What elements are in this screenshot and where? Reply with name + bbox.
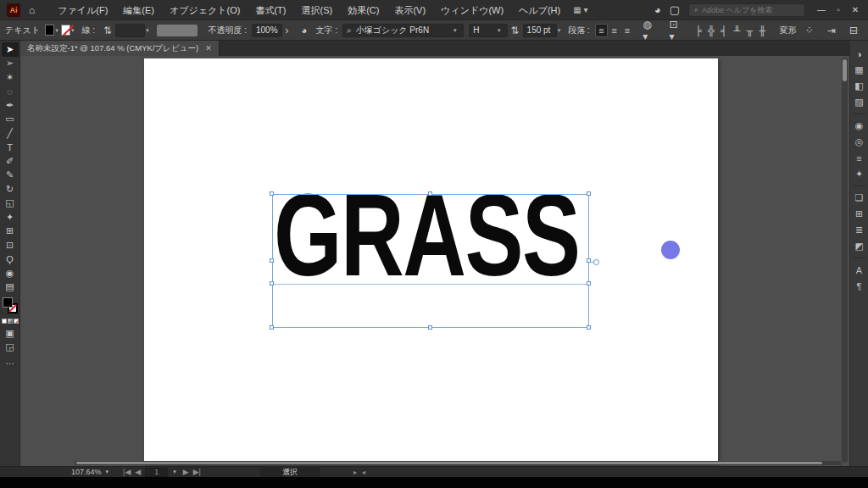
menu-edit[interactable]: 編集(E) bbox=[115, 0, 162, 20]
select-similar-icon[interactable]: ⁘ bbox=[802, 25, 817, 36]
menu-type[interactable]: 書式(T) bbox=[248, 0, 293, 20]
menu-file[interactable]: ファイル(F) bbox=[50, 0, 115, 20]
font-size-stepper-icon[interactable]: ⇅ bbox=[508, 25, 523, 36]
fill-color-swatch[interactable] bbox=[45, 25, 54, 36]
line-segment-tool[interactable]: ╱ bbox=[2, 126, 19, 141]
align-v-bottom-button[interactable]: ╫ bbox=[756, 24, 769, 37]
recolor-artwork-icon[interactable]: ◕ bbox=[298, 25, 310, 36]
canvas-pasteboard[interactable]: GRASS bbox=[20, 56, 849, 466]
graphic-styles-panel-icon[interactable]: ✦ bbox=[851, 166, 868, 182]
transform-button[interactable]: 変形 bbox=[775, 25, 802, 36]
align-panel-icon[interactable]: ≣ bbox=[851, 222, 868, 238]
align-left-button[interactable]: ≡ bbox=[595, 24, 608, 37]
horizontal-scrollbar-thumb[interactable] bbox=[76, 462, 822, 464]
stroke-weight-dropdown-icon[interactable]: ▾ bbox=[146, 27, 149, 34]
close-button[interactable]: ✕ bbox=[848, 3, 863, 18]
opacity-field[interactable]: 100% bbox=[252, 24, 282, 37]
font-size-field[interactable]: 150 pt bbox=[523, 24, 557, 37]
help-search[interactable]: ⌕ bbox=[688, 3, 805, 17]
direct-selection-tool[interactable]: ➢ bbox=[2, 57, 19, 71]
first-artboard-icon[interactable]: |◀ bbox=[123, 468, 131, 476]
minimize-button[interactable]: — bbox=[814, 3, 829, 18]
gradient-panel-icon[interactable]: ◧ bbox=[851, 78, 868, 94]
paintbrush-tool[interactable]: ✐ bbox=[2, 154, 19, 169]
rectangle-tool[interactable]: ▭ bbox=[2, 113, 19, 127]
account-icon[interactable]: ◕ bbox=[654, 3, 661, 16]
menu-object[interactable]: オブジェクト(O) bbox=[162, 0, 248, 20]
align-h-center-button[interactable]: ╬ bbox=[705, 24, 718, 37]
type-tool[interactable]: T bbox=[2, 141, 19, 155]
color-panel-icon[interactable]: ◑ bbox=[851, 46, 868, 62]
illustrator-logo-icon[interactable]: Ai bbox=[7, 3, 20, 17]
workspace-switcher-icon[interactable]: ▦ ▾ bbox=[573, 5, 587, 14]
selection-handle[interactable] bbox=[587, 191, 591, 196]
text-outport-handle[interactable] bbox=[593, 259, 599, 265]
vertical-scrollbar[interactable] bbox=[842, 58, 848, 463]
font-style-dropdown[interactable]: H ▾ bbox=[469, 24, 507, 37]
swatches-panel-icon[interactable]: ▦ bbox=[851, 62, 868, 78]
stroke-color-swatch[interactable] bbox=[61, 25, 70, 36]
width-tool[interactable]: ✦ bbox=[2, 210, 19, 225]
screen-mode-button[interactable]: ◲ bbox=[2, 341, 19, 355]
edit-toolbar-icon[interactable]: … bbox=[2, 354, 19, 369]
align-h-right-button[interactable]: ╡ bbox=[718, 24, 731, 37]
rotate-tool[interactable]: ↻ bbox=[2, 182, 19, 197]
pen-tool[interactable]: ✒ bbox=[2, 98, 19, 113]
align-v-top-button[interactable]: ╨ bbox=[731, 24, 743, 37]
artboard-tool[interactable]: ▤ bbox=[2, 280, 19, 295]
selection-bounding-box[interactable] bbox=[272, 194, 589, 328]
selection-handle[interactable] bbox=[270, 191, 274, 196]
color-button[interactable] bbox=[2, 319, 7, 324]
fill-swatch[interactable] bbox=[3, 297, 13, 308]
last-artboard-icon[interactable]: ▶| bbox=[193, 468, 201, 476]
opacity-panel-icon[interactable]: › bbox=[282, 25, 292, 36]
selection-handle[interactable] bbox=[270, 281, 274, 286]
status-arrow-icon[interactable]: ▸ bbox=[353, 469, 357, 476]
font-size-dropdown-icon[interactable]: ▾ bbox=[558, 27, 561, 34]
help-search-input[interactable] bbox=[702, 6, 799, 14]
zoom-level-dropdown[interactable]: 107.64% ▾ bbox=[71, 468, 111, 476]
status-arrow-icon[interactable]: ◂ bbox=[362, 469, 365, 476]
next-artboard-icon[interactable]: ▶ bbox=[183, 468, 189, 476]
artboards-panel-icon[interactable]: ⊞ bbox=[851, 206, 868, 222]
attributes-panel-icon[interactable]: ◎ bbox=[851, 134, 868, 150]
shape-builder-tool[interactable]: ⊞ bbox=[2, 225, 19, 239]
tab-close-icon[interactable]: ✕ bbox=[205, 44, 212, 53]
horizontal-scrollbar[interactable] bbox=[75, 461, 842, 465]
font-family-dropdown[interactable]: ⌕ 小塚ゴシック Pr6N ▾ bbox=[342, 24, 464, 37]
pathfinder-panel-icon[interactable]: ◩ bbox=[851, 238, 868, 254]
paragraph-panel-icon[interactable]: ¶ bbox=[851, 278, 868, 294]
gradient-button[interactable] bbox=[8, 319, 13, 324]
menu-view[interactable]: 表示(V) bbox=[387, 0, 433, 20]
align-v-center-button[interactable]: ╥ bbox=[743, 24, 756, 37]
draw-mode-button[interactable]: ▣ bbox=[2, 326, 19, 341]
scale-tool[interactable]: ◱ bbox=[2, 197, 19, 211]
zoom-tool[interactable]: Ϙ bbox=[2, 252, 19, 267]
maximize-button[interactable]: ▫ bbox=[831, 3, 846, 18]
purple-circle-shape[interactable] bbox=[661, 241, 680, 259]
fill-dropdown-icon[interactable]: ▾ bbox=[55, 27, 58, 34]
vertical-scrollbar-thumb[interactable] bbox=[843, 59, 847, 81]
selection-handle[interactable] bbox=[587, 281, 591, 286]
isolate-icon[interactable]: ⇥ bbox=[824, 25, 839, 36]
layers-panel-icon[interactable]: ❏ bbox=[851, 190, 868, 206]
home-icon[interactable]: ⌂ bbox=[29, 4, 35, 16]
previous-artboard-icon[interactable]: ◀ bbox=[135, 468, 141, 476]
selection-handle[interactable] bbox=[270, 258, 274, 263]
selection-handle[interactable] bbox=[270, 325, 274, 330]
free-transform-tool[interactable]: ⊡ bbox=[2, 238, 19, 252]
menu-select[interactable]: 選択(S) bbox=[293, 0, 340, 20]
magic-wand-tool[interactable]: ✶ bbox=[2, 70, 19, 85]
pencil-tool[interactable]: ✎ bbox=[2, 169, 19, 183]
transparency-panel-icon[interactable]: ▨ bbox=[851, 94, 868, 110]
glyph-options-icon[interactable]: ◍ ▾ bbox=[639, 19, 660, 42]
stroke-weight-field[interactable] bbox=[115, 24, 145, 37]
arrange-docs-icon[interactable]: ⊟ bbox=[846, 25, 861, 36]
stroke-stepper-icon[interactable]: ⇅ bbox=[100, 25, 115, 36]
artboard-number-field[interactable]: 1 bbox=[145, 468, 168, 477]
menu-help[interactable]: ヘルプ(H) bbox=[511, 0, 568, 20]
none-button[interactable] bbox=[14, 319, 19, 324]
selection-handle[interactable] bbox=[428, 191, 432, 196]
selection-handle[interactable] bbox=[587, 325, 591, 330]
align-h-left-button[interactable]: ╞ bbox=[693, 24, 705, 37]
